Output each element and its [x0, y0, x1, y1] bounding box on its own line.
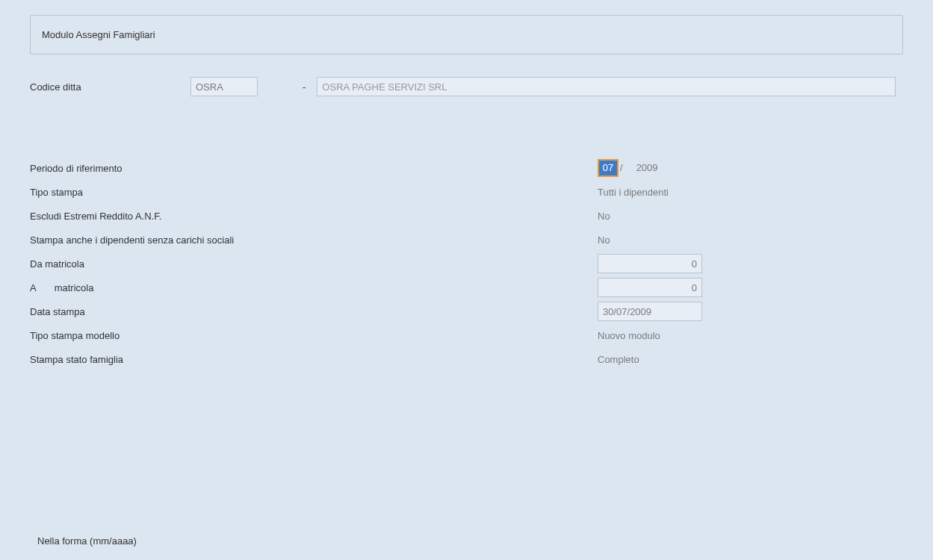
tipo-stampa-value[interactable]: Tutti i dipendenti: [598, 187, 669, 198]
stampa-senza-carichi-label: Stampa anche i dipendenti senza carichi …: [30, 234, 598, 246]
data-stampa-input[interactable]: [598, 302, 702, 321]
company-name-input[interactable]: [317, 77, 896, 96]
company-separator: -: [303, 81, 306, 93]
tipo-stampa-modello-value[interactable]: Nuovo modulo: [598, 330, 660, 341]
da-matricola-input[interactable]: [598, 254, 702, 273]
tipo-stampa-row: Tipo stampa Tutti i dipendenti: [30, 180, 903, 204]
periodo-value: 07/2009: [598, 159, 658, 177]
periodo-label: Periodo di riferimento: [30, 163, 598, 174]
escludi-estremi-value[interactable]: No: [598, 211, 610, 222]
data-stampa-row: Data stampa: [30, 299, 903, 323]
escludi-estremi-label: Escludi Estremi Reddito A.N.F.: [30, 211, 598, 222]
stampa-stato-famiglia-row: Stampa stato famiglia Completo: [30, 347, 903, 371]
stampa-stato-famiglia-label: Stampa stato famiglia: [30, 354, 598, 365]
data-stampa-label: Data stampa: [30, 306, 598, 317]
stampa-senza-carichi-value[interactable]: No: [598, 234, 610, 246]
a-matricola-suffix: matricola: [55, 282, 94, 293]
format-hint: Nella forma (mm/aaaa): [37, 535, 137, 547]
da-matricola-row: Da matricola: [30, 252, 903, 276]
a-matricola-row: Amatricola: [30, 276, 903, 299]
escludi-estremi-row: Escludi Estremi Reddito A.N.F. No: [30, 204, 903, 228]
a-matricola-label: Amatricola: [30, 282, 598, 293]
stampa-senza-carichi-row: Stampa anche i dipendenti senza carichi …: [30, 228, 903, 252]
a-matricola-prefix: A: [30, 282, 37, 293]
periodo-row: Periodo di riferimento 07/2009: [30, 156, 903, 180]
periodo-year: 2009: [636, 162, 658, 173]
company-row: Codice ditta -: [30, 77, 903, 96]
periodo-month-input[interactable]: 07: [598, 159, 619, 177]
da-matricola-label: Da matricola: [30, 258, 598, 270]
a-matricola-input[interactable]: [598, 278, 702, 297]
tipo-stampa-label: Tipo stampa: [30, 187, 598, 198]
tipo-stampa-modello-row: Tipo stampa modello Nuovo modulo: [30, 323, 903, 347]
company-code-input[interactable]: [190, 77, 258, 96]
title-panel: Modulo Assegni Famigliari: [30, 15, 903, 55]
page-title: Modulo Assegni Famigliari: [42, 29, 155, 40]
stampa-stato-famiglia-value[interactable]: Completo: [598, 354, 639, 365]
company-code-label: Codice ditta: [30, 81, 190, 93]
periodo-slash: /: [620, 162, 623, 173]
tipo-stampa-modello-label: Tipo stampa modello: [30, 330, 598, 341]
